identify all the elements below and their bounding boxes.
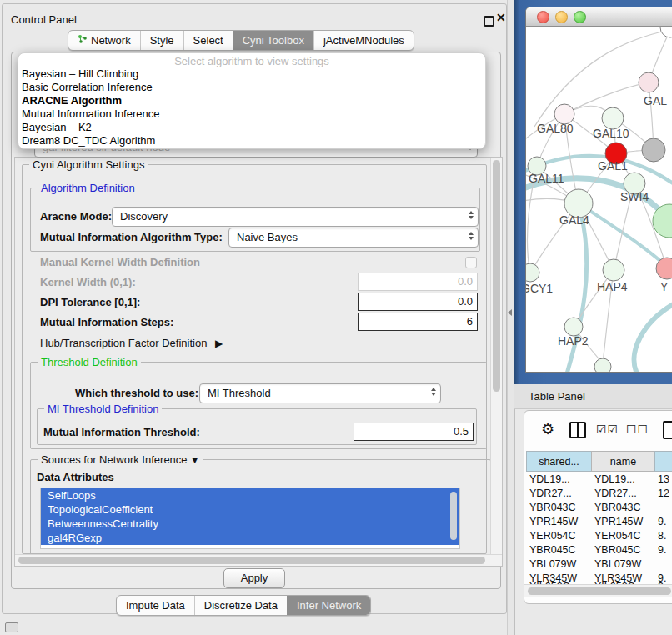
cell-name[interactable]: YER054C [594,529,654,543]
tab-select[interactable]: Select [183,31,233,50]
table-horizontal-scrollbar[interactable] [524,584,672,597]
node-label: SWI4 [620,190,649,203]
cell-shared[interactable]: YBR043C [529,501,589,515]
network-tab-icon [78,31,88,50]
list-item[interactable]: gal4RGexp [41,531,459,545]
cell-shared[interactable]: YER054C [529,529,589,543]
dropdown-item[interactable]: Bayesian – K2 [22,121,480,134]
column-header-name[interactable]: name [591,451,655,472]
network-view-window: GAL GAL80 GAL10 GAL1 GAL11 SWI4 GAL4 GCY… [525,7,672,372]
cell-name[interactable]: YPR145W [594,515,654,529]
divider-collapse-arrow-icon[interactable] [508,309,512,316]
cell-value[interactable]: 9. [658,543,672,558]
cell-value[interactable]: 13 [658,472,672,487]
hub-definition-label: Hub/Transcription Factor Definition [40,337,207,349]
cell-shared[interactable]: YDR27... [529,487,589,501]
cell-value[interactable]: 8. [658,529,672,543]
list-item[interactable]: TopologicalCoefficient [41,502,459,517]
horizontal-scrollbar-thumb[interactable] [18,557,485,564]
data-attributes-list: SelfLoops TopologicalCoefficient Between… [40,488,460,549]
which-threshold-combobox[interactable]: MI Threshold [199,383,441,403]
node-label: HAP4 [597,280,628,293]
document-icon[interactable] [663,421,672,439]
network-canvas[interactable]: GAL GAL80 GAL10 GAL1 GAL11 SWI4 GAL4 GCY… [526,27,672,372]
minimize-traffic-light[interactable] [555,11,568,23]
cell-value[interactable]: 12 [658,487,672,501]
network-node-gcy1[interactable] [526,263,539,282]
tab-network[interactable]: Network [68,31,140,50]
kernel-width-field[interactable]: 0.0 [358,272,478,291]
settings-scrollpane: Cyni Algorithm Settings Algorithm Defini… [14,157,503,567]
columns-icon[interactable] [569,422,586,438]
tab-label: Select [193,31,223,50]
column-header-shared[interactable]: shared... [526,451,592,472]
horizontal-scrollbar[interactable] [15,554,502,566]
network-node-gray[interactable] [642,138,665,162]
apply-button[interactable]: Apply [223,568,285,588]
vertical-scrollbar-thumb[interactable] [493,160,500,392]
dropdown-item-selected[interactable]: ARACNE Algorithm [22,94,480,108]
table-horizontal-scrollbar-thumb[interactable] [528,588,671,595]
dpi-tolerance-field[interactable]: 0.0 [358,292,478,311]
network-node[interactable] [594,358,611,372]
close-traffic-light[interactable] [537,11,549,23]
node-label: GAL10 [593,127,629,140]
cell-shared[interactable]: YBR045C [529,543,589,558]
gear-icon[interactable]: ⚙ [541,420,554,438]
list-item[interactable]: BetweennessCentrality [41,517,459,531]
table-panel-titlebar: Table Panel [514,384,672,409]
mi-type-combobox[interactable]: Naive Bayes [228,228,479,248]
hub-definition-toggle[interactable]: Hub/Transcription Factor Definition ▶ [40,337,223,349]
collapsed-panel-icon[interactable] [5,622,18,632]
network-node[interactable] [660,27,672,38]
select-all-checks-icon[interactable]: ☑☑ [596,422,619,436]
mi-threshold-field[interactable]: 0.5 [354,422,474,441]
network-node[interactable] [639,72,659,92]
collapse-arrow-icon[interactable]: ▼ [190,455,199,465]
manual-kernel-checkbox[interactable] [465,257,477,268]
list-scrollbar-thumb[interactable] [450,492,457,540]
tab-label: Discretize Data [204,596,278,615]
table-row[interactable]: YDL19... YDL19... 13 [524,472,672,487]
cell-shared[interactable]: YPR145W [529,515,589,529]
dropdown-item[interactable]: Bayesian – Hill Climbing [22,68,480,81]
table-row[interactable]: YDR27... YDR27... 12 [524,487,672,501]
mi-steps-field[interactable]: 6 [358,312,478,331]
zoom-traffic-light[interactable] [574,11,586,23]
cell-shared[interactable]: YDL19... [529,472,589,487]
cell-name[interactable]: YBL079W [594,558,654,572]
tab-cyni-toolbox[interactable]: Cyni Toolbox [233,31,313,50]
control-panel-window: Control Panel ✕ Network Style Select Cyn… [2,3,507,614]
tab-label: Cyni Toolbox [243,31,304,50]
network-node-hap2[interactable] [564,318,583,336]
table-row[interactable]: YBL079W YBL079W [524,558,672,572]
application-root: Control Panel ✕ Network Style Select Cyn… [0,0,672,635]
close-window-button[interactable]: ✕ [496,11,506,24]
table-row[interactable]: YBR045C YBR045C 9. [524,543,672,558]
dropdown-item[interactable]: Dream8 DC_TDC Algorithm [22,134,480,148]
table-row[interactable]: YER054C YER054C 8. [524,529,672,543]
cell-name[interactable]: YDR27... [594,487,654,501]
table-row[interactable]: YBR043C YBR043C [524,501,672,515]
table-row[interactable]: YPR145W YPR145W 9. [524,515,672,529]
network-node-hap4[interactable] [603,259,624,281]
cell-name[interactable]: YBR045C [594,543,654,558]
vertical-scrollbar[interactable] [490,158,502,554]
list-item[interactable]: SelfLoops [41,488,459,502]
cell-value[interactable]: 9. [658,515,672,529]
tab-style[interactable]: Style [140,31,183,50]
tab-impute-data[interactable]: Impute Data [117,596,194,615]
tab-infer-network[interactable]: Infer Network [287,596,370,615]
aracne-mode-combobox[interactable]: Discovery [112,207,479,227]
dropdown-item[interactable]: Mutual Information Inference [22,108,480,121]
tab-jactivemnodules[interactable]: jActiveMNodules [313,31,414,50]
cell-name[interactable]: YBR043C [594,501,654,515]
cell-name[interactable]: YDL19... [594,472,654,487]
dropdown-item[interactable]: Basic Correlation Inference [22,81,480,94]
column-header-partial[interactable] [654,451,672,472]
network-window-titlebar[interactable] [526,8,672,27]
deselect-all-checks-icon[interactable]: ☐☐ [626,422,649,436]
float-window-button[interactable] [484,16,494,27]
tab-discretize-data[interactable]: Discretize Data [194,596,287,615]
cell-shared[interactable]: YBL079W [529,558,589,572]
